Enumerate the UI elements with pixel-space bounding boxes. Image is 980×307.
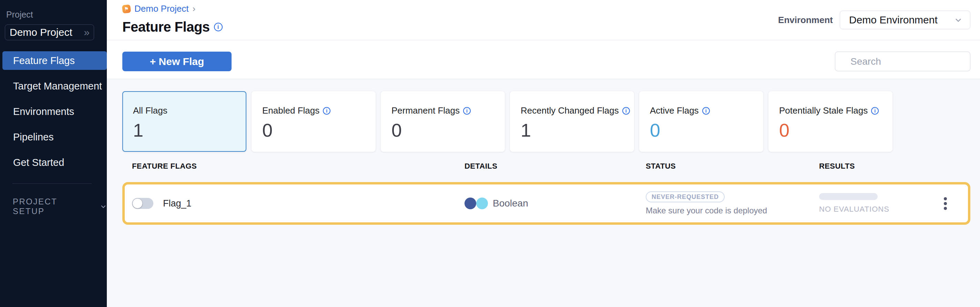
chevron-down-icon [100, 203, 107, 210]
environment-select-value: Demo Environment [849, 14, 938, 26]
boolean-type-icon [465, 198, 476, 209]
filter-card-enabled-flags[interactable]: Enabled Flags i 0 [251, 91, 375, 152]
sidebar-divider [13, 184, 92, 184]
filter-card-recently-changed-flags[interactable]: Recently Changed Flags i 1 [510, 91, 634, 152]
info-icon[interactable]: i [871, 107, 879, 115]
project-selector-value: Demo Project [10, 27, 72, 38]
status-badge: NEVER-REQUESTED [646, 191, 725, 203]
sidebar-item-label: Feature Flags [13, 55, 75, 66]
flags-table-header: FEATURE FLAGS DETAILS STATUS RESULTS [123, 160, 980, 172]
card-label: All Flags [133, 105, 167, 116]
card-label: Enabled Flags [262, 105, 320, 116]
card-label: Potentially Stale Flags [779, 105, 868, 116]
column-header-status: STATUS [646, 162, 819, 171]
search-box [835, 52, 970, 71]
title-info-icon[interactable]: i [214, 23, 223, 31]
card-label: Recently Changed Flags [521, 105, 619, 116]
page-header: ⚑ Demo Project › Feature Flags i Environ… [107, 0, 980, 40]
environment-group: Environment Demo Environment [778, 11, 970, 29]
card-value: 1 [521, 121, 634, 139]
sidebar-item-environments[interactable]: Environments [0, 102, 107, 121]
sidebar-expand-icon[interactable]: » [84, 27, 88, 38]
info-icon[interactable]: i [323, 107, 331, 115]
column-header-details: DETAILS [465, 162, 646, 171]
flag-toggle[interactable] [132, 198, 153, 209]
boolean-type-icon [476, 198, 488, 209]
feature-flags-module-icon: ⚑ [122, 4, 131, 13]
column-header-results: RESULTS [819, 162, 980, 171]
filter-card-all-flags[interactable]: All Flags 1 [123, 91, 247, 152]
toggle-knob [132, 198, 143, 209]
sidebar-item-target-management[interactable]: Target Management [0, 77, 107, 95]
new-flag-button[interactable]: + New Flag [123, 52, 232, 71]
card-value: 1 [133, 121, 246, 139]
sidebar-item-label: Target Management [13, 81, 102, 92]
sidebar-nav: Feature Flags Target Management Environm… [0, 51, 107, 172]
project-selector[interactable]: Demo Project » [5, 24, 94, 40]
sidebar-item-label: Environments [13, 106, 74, 117]
filter-card-permanent-flags[interactable]: Permanent Flags i 0 [381, 91, 505, 152]
breadcrumb-project-link[interactable]: Demo Project [134, 3, 189, 14]
breadcrumb: ⚑ Demo Project › [123, 3, 196, 14]
breadcrumb-separator-icon: › [192, 3, 196, 14]
sidebar-item-label: Get Started [13, 157, 64, 168]
environment-label: Environment [778, 15, 833, 25]
sidebar-item-feature-flags[interactable]: Feature Flags [2, 51, 107, 70]
status-hint-text: Make sure your code is deployed [646, 206, 767, 215]
toolbar: + New Flag [107, 40, 980, 79]
flag-type: Boolean [493, 198, 528, 209]
search-input[interactable] [850, 56, 975, 67]
info-icon[interactable]: i [702, 107, 710, 115]
main-area: ⚑ Demo Project › Feature Flags i Environ… [107, 0, 980, 307]
table-row-flag-1[interactable]: Flag_1 Boolean NEVER-REQUESTED Make sure… [123, 182, 970, 225]
environment-select[interactable]: Demo Environment [840, 11, 970, 29]
column-header-feature-flags: FEATURE FLAGS [132, 162, 465, 171]
sidebar: Project Demo Project » Feature Flags Tar… [0, 0, 107, 307]
card-value: 0 [262, 121, 375, 139]
row-options-kebab-icon[interactable] [942, 195, 949, 212]
flag-filter-cards: All Flags 1 Enabled Flags i 0 Permanent … [123, 91, 980, 152]
card-value: 0 [391, 121, 504, 139]
content-area: All Flags 1 Enabled Flags i 0 Permanent … [107, 79, 980, 307]
results-text: NO EVALUATIONS [819, 205, 889, 214]
filter-card-active-flags[interactable]: Active Flags i 0 [639, 91, 763, 152]
chevron-down-icon [954, 16, 963, 24]
sidebar-item-get-started[interactable]: Get Started [0, 153, 107, 172]
sidebar-item-pipelines[interactable]: Pipelines [0, 128, 107, 146]
flag-name[interactable]: Flag_1 [163, 198, 192, 209]
card-value: 0 [779, 121, 892, 139]
info-icon[interactable]: i [622, 107, 630, 115]
sidebar-section-project-setup[interactable]: PROJECT SETUP [13, 197, 107, 216]
page-title: Feature Flags [123, 19, 210, 35]
card-value: 0 [650, 121, 763, 139]
info-icon[interactable]: i [463, 107, 471, 115]
sidebar-item-label: Pipelines [13, 131, 54, 143]
results-placeholder-bar [819, 193, 878, 200]
filter-card-potentially-stale-flags[interactable]: Potentially Stale Flags i 0 [768, 91, 892, 152]
card-label: Active Flags [650, 105, 699, 116]
project-label: Project [6, 9, 107, 20]
card-label: Permanent Flags [391, 105, 460, 116]
project-setup-label: PROJECT SETUP [13, 197, 84, 216]
